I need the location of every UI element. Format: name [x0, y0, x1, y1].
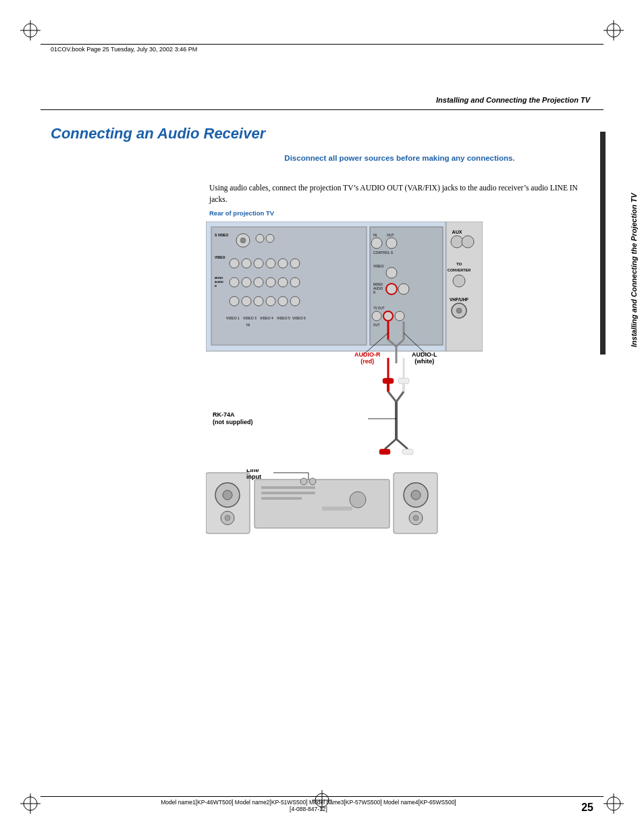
svg-rect-95	[402, 449, 413, 454]
body-text: Using audio cables, connect the projecti…	[209, 182, 590, 206]
svg-rect-85	[383, 378, 394, 384]
svg-point-30	[242, 278, 251, 287]
page-title: Connecting an Audio Receiver	[51, 125, 265, 142]
svg-point-118	[411, 490, 421, 500]
svg-text:R: R	[215, 284, 217, 288]
svg-line-90	[396, 392, 404, 402]
svg-rect-86	[387, 384, 390, 392]
svg-point-69	[462, 236, 474, 248]
bottom-center-crosshair	[312, 790, 332, 810]
svg-line-92	[385, 439, 396, 449]
svg-point-108	[350, 492, 366, 508]
svg-text:(not supplied): (not supplied)	[213, 419, 253, 425]
svg-rect-107	[261, 497, 302, 500]
svg-text:AUDIO: AUDIO	[373, 287, 383, 290]
svg-text:VIDEO: VIDEO	[373, 264, 384, 268]
svg-text:VIDEO 6: VIDEO 6	[292, 316, 306, 320]
svg-text:OUT: OUT	[387, 233, 394, 237]
svg-line-93	[396, 439, 408, 449]
svg-line-89	[388, 392, 396, 402]
svg-rect-105	[261, 486, 315, 489]
svg-text:VIDEO 1: VIDEO 1	[226, 316, 240, 320]
svg-point-120	[413, 515, 419, 521]
diagram-area: Rear of projection TV S VIDEO VIDEO MONO…	[206, 209, 605, 513]
svg-point-50	[371, 238, 382, 249]
svg-point-17	[256, 234, 264, 242]
svg-point-31	[254, 278, 263, 287]
svg-point-36	[242, 296, 251, 306]
warning-text: Disconnect all power sources before maki…	[209, 154, 590, 162]
svg-point-110	[300, 478, 307, 485]
svg-rect-87	[398, 378, 409, 384]
svg-text:VHF/UHF: VHF/UHF	[450, 297, 468, 302]
svg-text:TV OUT: TV OUT	[373, 307, 385, 310]
corner-mark-bl	[20, 793, 41, 814]
corner-mark-br	[603, 793, 624, 814]
svg-text:VIDEO 4: VIDEO 4	[260, 316, 273, 320]
svg-point-75	[456, 308, 462, 313]
svg-rect-94	[379, 449, 390, 454]
svg-text:OUT: OUT	[373, 323, 380, 327]
svg-text:IN: IN	[246, 323, 250, 327]
svg-rect-88	[402, 384, 405, 392]
svg-text:MONO: MONO	[215, 276, 223, 280]
svg-point-68	[451, 236, 463, 248]
svg-point-16	[240, 238, 246, 243]
section-header: Installing and Connecting the Projection…	[436, 96, 590, 104]
svg-point-59	[398, 284, 409, 294]
svg-point-25	[290, 259, 300, 268]
svg-point-39	[278, 296, 288, 306]
svg-rect-109	[322, 506, 352, 511]
svg-text:CONVERTER: CONVERTER	[448, 268, 471, 272]
page-number: 25	[581, 802, 593, 814]
footer-text: Model name1[KP-46WT500] Model name2[KP-5…	[41, 799, 576, 812]
svg-point-63	[383, 311, 393, 321]
svg-text:MONO: MONO	[373, 283, 383, 286]
rear-projection-label: Rear of projection TV	[209, 209, 605, 217]
svg-point-34	[290, 278, 300, 287]
svg-text:AUX: AUX	[452, 230, 462, 234]
svg-text:VIDEO 5: VIDEO 5	[277, 316, 290, 320]
top-rule	[41, 44, 603, 45]
svg-point-72	[453, 275, 465, 287]
receiver-diagram: Line input	[206, 469, 483, 537]
svg-point-62	[372, 311, 381, 321]
svg-point-35	[230, 296, 239, 306]
svg-point-54	[386, 267, 397, 278]
corner-mark-tl	[20, 20, 41, 41]
svg-point-22	[254, 259, 263, 268]
svg-text:VIDEO 3: VIDEO 3	[243, 316, 257, 320]
svg-text:RK-74A: RK-74A	[213, 411, 235, 418]
svg-text:S VIDEO: S VIDEO	[215, 233, 228, 237]
svg-point-18	[266, 234, 274, 242]
corner-mark-tr	[603, 20, 624, 41]
header-rule	[41, 109, 603, 110]
svg-point-20	[230, 259, 239, 268]
svg-text:input: input	[246, 473, 261, 480]
svg-point-33	[278, 278, 288, 287]
svg-point-38	[266, 296, 275, 306]
svg-point-51	[386, 238, 397, 249]
svg-text:IN: IN	[373, 233, 377, 237]
svg-point-23	[266, 259, 275, 268]
svg-point-64	[395, 311, 404, 321]
svg-point-32	[266, 278, 275, 287]
svg-point-24	[278, 259, 288, 268]
svg-rect-106	[261, 492, 315, 494]
svg-text:CONTROL S: CONTROL S	[373, 251, 394, 255]
svg-point-29	[230, 278, 239, 287]
svg-text:VIDEO: VIDEO	[215, 255, 225, 259]
vertical-sidebar-text: Installing and Connecting the Projection…	[624, 135, 644, 405]
svg-text:AUDIO: AUDIO	[215, 280, 223, 284]
file-info: 01COV.book Page 25 Tuesday, July 30, 200…	[51, 46, 197, 53]
svg-point-101	[223, 490, 232, 500]
svg-point-103	[225, 515, 230, 521]
svg-point-111	[309, 478, 316, 485]
svg-point-21	[242, 259, 251, 268]
svg-point-58	[386, 284, 397, 294]
svg-point-40	[290, 296, 300, 306]
svg-point-37	[254, 296, 263, 306]
tv-panel-diagram: S VIDEO VIDEO MONO AUDIO R VIDEO	[206, 221, 483, 363]
svg-text:TO: TO	[456, 262, 462, 266]
